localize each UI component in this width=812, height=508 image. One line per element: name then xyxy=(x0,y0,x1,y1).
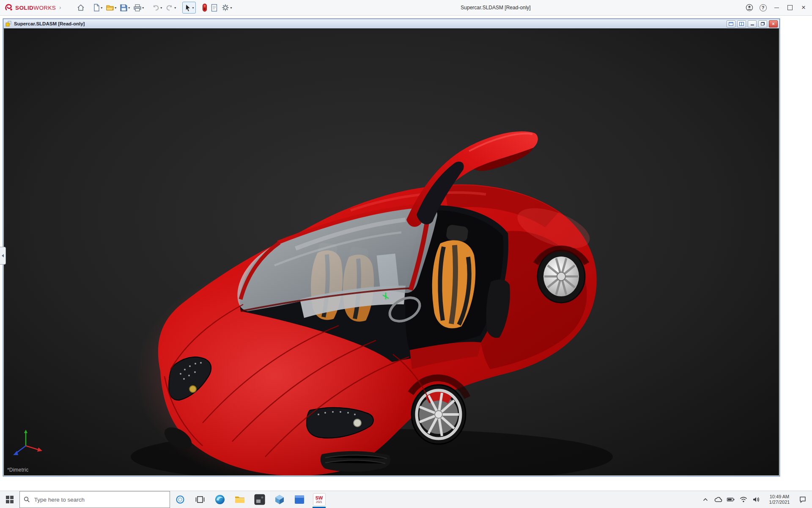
cloud-icon xyxy=(714,496,722,503)
solidworks-2021-icon: SW 2021 xyxy=(313,493,326,506)
viewport-canvas[interactable] xyxy=(4,28,779,475)
window-controls: ? × xyxy=(743,0,812,15)
wifi-icon xyxy=(740,496,747,503)
taskbar-search[interactable] xyxy=(19,491,170,508)
headlight-left-lamp xyxy=(189,386,196,392)
maximize-icon xyxy=(787,5,793,10)
battery-icon xyxy=(727,496,735,503)
action-center-button[interactable] xyxy=(796,491,809,508)
home-button[interactable] xyxy=(75,2,86,13)
doc-minimize-icon xyxy=(751,25,754,25)
edge-button[interactable] xyxy=(210,491,230,508)
search-icon xyxy=(24,496,30,503)
screen: SOLIDWORKS › ▾ xyxy=(0,0,812,508)
breadcrumb-chevron-icon[interactable]: › xyxy=(59,5,61,11)
headlight-right-lamp xyxy=(354,419,361,427)
graphics-viewport[interactable]: *Dimetric xyxy=(4,28,779,475)
window-pane-icon xyxy=(729,22,733,26)
main-toolbar: ▾ ▾ ▾ xyxy=(75,2,237,14)
options-caret-icon[interactable]: ▾ xyxy=(230,6,232,10)
home-icon xyxy=(77,3,85,12)
speaker-icon xyxy=(752,496,760,503)
app-close-button[interactable]: × xyxy=(797,0,810,15)
save-caret-icon[interactable]: ▾ xyxy=(128,6,130,10)
new-document-button[interactable]: ▾ xyxy=(91,2,104,13)
file-properties-icon xyxy=(211,4,218,12)
file-properties-button[interactable] xyxy=(209,2,219,13)
edge-icon xyxy=(214,494,225,505)
windows-start-icon xyxy=(6,496,14,503)
select-tool-button[interactable]: ▾ xyxy=(182,2,196,14)
screenshot-app-button[interactable] xyxy=(250,491,269,508)
settings-gear-icon xyxy=(221,3,230,12)
blue-app-button[interactable] xyxy=(289,491,309,508)
print-button[interactable]: ▾ xyxy=(132,2,145,13)
redo-button[interactable]: ▾ xyxy=(164,2,177,13)
rebuild-button[interactable] xyxy=(201,2,208,13)
rebuild-icon xyxy=(202,3,207,12)
options-button[interactable]: ▾ xyxy=(220,2,233,13)
window-split-pane-icon xyxy=(739,22,744,26)
new-document-caret-icon[interactable]: ▾ xyxy=(101,6,102,10)
open-button[interactable]: ▾ xyxy=(104,2,118,13)
print-caret-icon[interactable]: ▾ xyxy=(142,6,144,10)
clock-time: 10:49 AM xyxy=(763,494,796,500)
assembly-document-icon xyxy=(5,20,12,27)
brand-works: WORKS xyxy=(33,5,56,11)
taskbar: SW 2021 xyxy=(0,491,812,508)
new-document-icon xyxy=(93,3,100,12)
front-wheel[interactable] xyxy=(411,378,467,444)
solidworks-logo[interactable]: SOLIDWORKS › xyxy=(0,3,63,12)
action-center-icon xyxy=(799,496,807,503)
minimize-icon xyxy=(774,8,779,8)
featuremanager-flyout-tab[interactable] xyxy=(0,247,6,265)
file-explorer-button[interactable] xyxy=(230,491,250,508)
dark-app-tile-icon xyxy=(254,494,265,505)
app-maximize-button[interactable] xyxy=(783,0,797,15)
window-layout-button-2[interactable] xyxy=(737,20,746,28)
doc-restore-button[interactable] xyxy=(758,20,767,28)
undo-caret-icon[interactable]: ▾ xyxy=(160,6,162,10)
save-icon xyxy=(120,4,128,12)
help-button[interactable]: ? xyxy=(756,0,770,15)
doc-minimize-button[interactable] xyxy=(748,20,757,28)
tray-expand-button[interactable] xyxy=(699,491,712,508)
app-minimize-button[interactable] xyxy=(770,0,783,15)
brand-solid: SOLID xyxy=(15,5,33,11)
cortana-icon xyxy=(175,494,185,505)
save-button[interactable]: ▾ xyxy=(118,2,131,13)
redo-caret-icon[interactable]: ▾ xyxy=(174,6,176,10)
view-orientation-label: *Dimetric xyxy=(7,467,28,473)
document-titlebar[interactable]: Supercar.SLDASM [Read-only] xyxy=(3,19,779,29)
dassault-3ds-logo-icon xyxy=(4,3,14,12)
help-icon: ? xyxy=(760,4,767,11)
undo-icon xyxy=(151,4,160,11)
window-layout-button-1[interactable] xyxy=(727,20,735,28)
battery-tray-button[interactable] xyxy=(724,491,737,508)
document-window: Supercar.SLDASM [Read-only] xyxy=(3,19,780,476)
document-window-buttons: × xyxy=(725,20,778,28)
3d-cube-icon xyxy=(274,494,285,505)
account-button[interactable] xyxy=(743,0,756,15)
document-title: Supercar.SLDASM [Read-only] xyxy=(14,21,85,26)
taskbar-clock[interactable]: 10:49 AM 1/27/2021 xyxy=(763,494,796,505)
cortana-button[interactable] xyxy=(170,491,190,508)
solidworks-2021-button[interactable]: SW 2021 xyxy=(309,491,329,508)
volume-tray-button[interactable] xyxy=(750,491,763,508)
redo-icon xyxy=(165,4,174,11)
task-view-button[interactable] xyxy=(190,491,210,508)
undo-button[interactable]: ▾ xyxy=(150,2,163,13)
search-input[interactable] xyxy=(33,496,166,503)
rear-wheel[interactable] xyxy=(536,248,587,303)
app-title-bar: SOLIDWORKS › ▾ xyxy=(0,0,812,16)
doc-close-button[interactable]: × xyxy=(769,20,778,28)
select-cursor-icon xyxy=(184,4,192,12)
select-tool-caret-icon[interactable]: ▾ xyxy=(192,6,194,10)
edrawings-button[interactable] xyxy=(269,491,289,508)
onedrive-tray-button[interactable] xyxy=(712,491,724,508)
network-tray-button[interactable] xyxy=(737,491,750,508)
print-icon xyxy=(133,4,142,12)
start-button[interactable] xyxy=(0,491,19,508)
open-caret-icon[interactable]: ▾ xyxy=(115,6,116,10)
file-explorer-icon xyxy=(234,495,245,504)
